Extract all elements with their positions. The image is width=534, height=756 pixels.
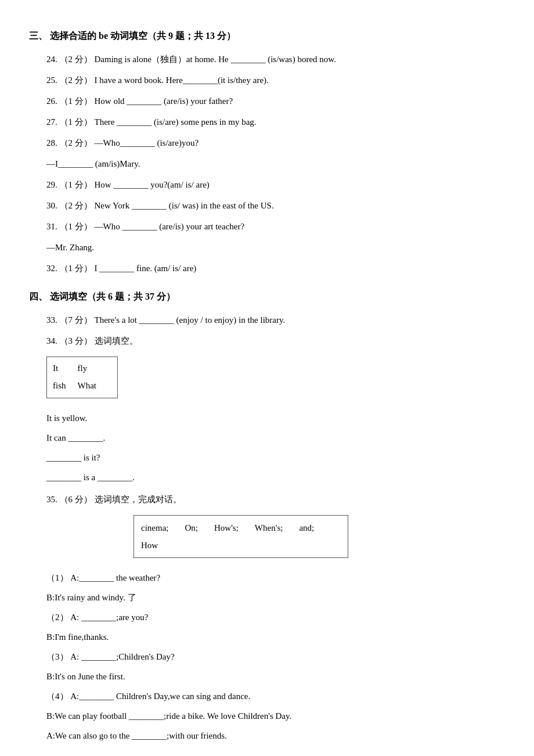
section3-title: 三、 选择合适的 be 动词填空（共 9 题；共 13 分） (29, 28, 236, 45)
q24-row: 24. （2 分） Daming is alone（独自）at home. He… (46, 51, 505, 68)
dialog35-d3b: B:It's on June the first. (46, 668, 505, 685)
dialog35-d4a-text: （4） A:________ Children's Day,we can sin… (46, 692, 250, 701)
q30-row: 30. （2 分） New York ________ (is/ was) in… (46, 197, 505, 214)
dialog35-d2b-text: B:I'm fine,thanks. (46, 632, 109, 642)
q33-text: 33. （7 分） There's a lot ________ (enjoy … (46, 315, 285, 325)
wordbox35-r1c4: When's; (255, 519, 300, 537)
dialog35-d4c-text: A:We can also go to the ________;with ou… (46, 731, 227, 740)
fill34-line1: It is yellow. (46, 409, 505, 427)
wordbox35: cinema; On; How's; When's; and; How (134, 515, 348, 558)
q26-row: 26. （1 分） How old ________ (are/is) your… (46, 92, 505, 110)
q35-label-text: 35. （6 分） 选词填空，完成对话。 (46, 495, 182, 504)
q35-label-row: 35. （6 分） 选词填空，完成对话。 (46, 491, 505, 508)
dialog35-d4b: B:We can play football ________;ride a b… (46, 707, 505, 725)
wordbox35-r1c3: How's; (214, 519, 255, 537)
fill34-line2: It can ________. (46, 429, 505, 447)
section3-header: 三、 选择合适的 be 动词填空（共 9 题；共 13 分） (29, 28, 505, 45)
q27-row: 27. （1 分） There ________ (is/are) some p… (46, 113, 505, 131)
q28a-text: 28. （2 分） —Who________ (is/are)you? (46, 138, 199, 147)
dialog35-d1a-text: （1） A:________ the weather? (46, 573, 160, 582)
dialog35-d1b-text: B:It's rainy and windy. 了 (46, 593, 136, 602)
q26-text: 26. （1 分） How old ________ (are/is) your… (46, 96, 233, 106)
fill34-line3: ________ is it? (46, 449, 505, 466)
dialog35-d1a: （1） A:________ the weather? (46, 569, 505, 586)
q27-text: 27. （1 分） There ________ (is/are) some p… (46, 117, 257, 127)
wordbox35-r2c1: How (141, 537, 185, 554)
q31b-text: —Mr. Zhang. (46, 243, 94, 252)
wordbox35-r1c2: On; (185, 519, 214, 537)
wordbox34-r2c2: What (78, 377, 108, 394)
q28b-row: —I________ (am/is)Mary. (46, 155, 505, 172)
dialog35-d2b: B:I'm fine,thanks. (46, 628, 505, 646)
wordbox34-r2c1: fish (53, 377, 78, 394)
q24-text: 24. （2 分） Daming is alone（独自）at home. He… (46, 55, 336, 64)
q29-row: 29. （1 分） How ________ you?(am/ is/ are) (46, 176, 505, 193)
q31a-row: 31. （1 分） —Who ________ (are/is) your ar… (46, 218, 505, 235)
q29-text: 29. （1 分） How ________ you?(am/ is/ are) (46, 180, 210, 189)
dialog35-d4b-text: B:We can play football ________;ride a b… (46, 711, 291, 721)
q32-row: 32. （1 分） I ________ fine. (am/ is/ are) (46, 260, 505, 277)
wordbox34: It fly fish What (46, 357, 118, 398)
wordbox34-r1c2: fly (78, 359, 108, 377)
dialog35-d1b: B:It's rainy and windy. 了 (46, 589, 505, 606)
q34-label-text: 34. （3 分） 选词填空。 (46, 336, 138, 345)
dialog35-d4c: A:We can also go to the ________;with ou… (46, 727, 505, 744)
q28a-row: 28. （2 分） —Who________ (is/are)you? (46, 134, 505, 152)
section4-title: 四、 选词填空（共 6 题；共 37 分） (29, 289, 175, 305)
q25-row: 25. （2 分） I have a word book. Here______… (46, 71, 505, 89)
q30-text: 30. （2 分） New York ________ (is/ was) in… (46, 201, 274, 210)
dialog35-d2a: （2） A: ________;are you? (46, 609, 505, 626)
q32-text: 32. （1 分） I ________ fine. (am/ is/ are) (46, 264, 196, 273)
q31a-text: 31. （1 分） —Who ________ (are/is) your ar… (46, 222, 244, 231)
q25-text: 25. （2 分） I have a word book. Here______… (46, 75, 269, 85)
dialog35-d4a: （4） A:________ Children's Day,we can sin… (46, 687, 505, 705)
dialog35-d3a: （3） A: ________;Children's Day? (46, 648, 505, 665)
section4-header: 四、 选词填空（共 6 题；共 37 分） (29, 289, 505, 305)
dialog35-d3b-text: B:It's on June the first. (46, 672, 125, 681)
q34-label-row: 34. （3 分） 选词填空。 (46, 332, 505, 350)
wordbox35-r1c5: and; (299, 519, 330, 537)
dialog35-d3a-text: （3） A: ________;Children's Day? (46, 652, 175, 661)
q31b-row: —Mr. Zhang. (46, 239, 505, 256)
wordbox34-r1c1: It (53, 359, 78, 377)
fill34-line4-text: ________ is a ________. (46, 473, 135, 482)
dialog35-d2a-text: （2） A: ________;are you? (46, 613, 148, 622)
fill34-line4: ________ is a ________. (46, 469, 505, 486)
q33-row: 33. （7 分） There's a lot ________ (enjoy … (46, 311, 505, 329)
fill34-line2-text: It can ________. (46, 433, 105, 442)
q28b-text: —I________ (am/is)Mary. (46, 159, 140, 168)
fill34-line1-text: It is yellow. (46, 413, 87, 423)
fill34-line3-text: ________ is it? (46, 453, 100, 462)
wordbox35-r1c1: cinema; (141, 519, 185, 537)
